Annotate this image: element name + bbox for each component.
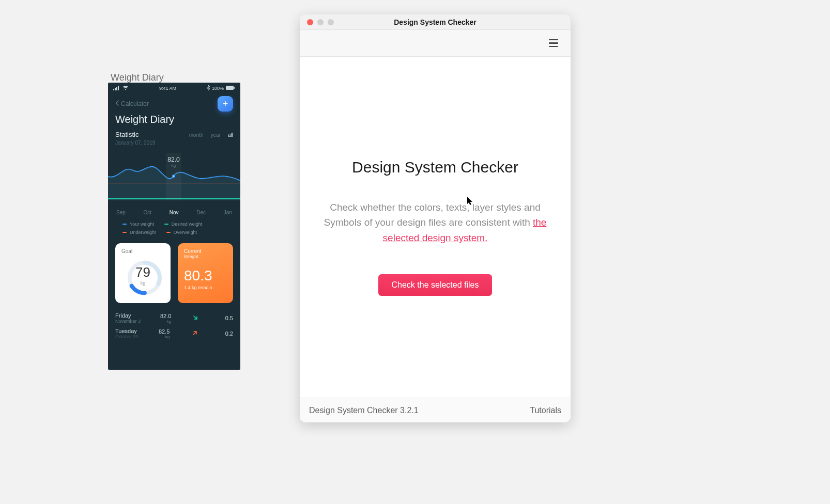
month-dec[interactable]: Dec — [196, 210, 206, 215]
goal-title: Goal — [121, 248, 164, 254]
arrow-down-icon — [191, 314, 200, 322]
tooltip-value: 82.0 — [166, 156, 181, 163]
entry-unit: kg — [160, 319, 171, 324]
tab-month[interactable]: month — [189, 132, 204, 138]
plus-icon: + — [223, 99, 228, 109]
toolbar — [300, 30, 571, 57]
month-oct[interactable]: Oct — [144, 210, 152, 215]
entry-row[interactable]: Friday November 3 82.0 kg 0.5 — [115, 310, 233, 326]
entry-delta: 0.2 — [220, 330, 233, 337]
entry-unit: kg — [159, 335, 170, 339]
entry-date: November 3 — [115, 319, 141, 324]
back-label: Calculator — [121, 100, 149, 107]
tab-year[interactable]: year — [211, 132, 221, 138]
svg-rect-2 — [116, 87, 117, 90]
wifi-icon — [122, 86, 129, 91]
legend-your-weight: Your weight — [130, 222, 154, 227]
back-button[interactable]: Calculator — [115, 100, 149, 107]
chevron-left-icon — [115, 100, 119, 107]
month-sep[interactable]: Sep — [116, 210, 126, 215]
weight-chart[interactable]: 82.0 kg — [108, 153, 240, 200]
svg-rect-3 — [118, 86, 119, 90]
tooltip-unit: kg — [166, 163, 181, 168]
svg-rect-5 — [234, 87, 235, 89]
entry-day: Tuesday — [115, 328, 139, 334]
entry-day: Friday — [115, 312, 141, 319]
legend-underweight: Underweight — [130, 230, 156, 235]
legend-overweight: Overweight — [174, 230, 197, 235]
page-heading: Design System Checker — [352, 159, 518, 176]
svg-rect-4 — [226, 86, 234, 90]
chart-selected-point[interactable] — [172, 175, 175, 178]
hamburger-icon — [549, 39, 558, 41]
menu-button[interactable] — [546, 36, 561, 51]
goal-card[interactable]: Goal 79 kg — [115, 243, 171, 303]
month-jan[interactable]: Jan — [224, 210, 232, 215]
main-content: Design System Checker Check whether the … — [300, 57, 571, 398]
bluetooth-icon — [207, 85, 210, 91]
statistic-label: Statistic — [115, 131, 155, 138]
entry-row[interactable]: Tuesday October 30 82.5 kg 0.2 — [115, 326, 233, 341]
title-bar: Design System Checker — [300, 14, 571, 30]
current-weight-card[interactable]: Current Weight 80.3 1.4 kg remain — [178, 243, 233, 303]
status-bar: 9:41 AM 100% — [108, 83, 240, 93]
svg-rect-0 — [113, 89, 114, 90]
current-title: Current — [184, 248, 227, 254]
month-nov[interactable]: Nov — [170, 210, 179, 215]
page-description: Check whether the colors, texts, layer s… — [322, 200, 548, 245]
app-window: Design System Checker Design System Chec… — [300, 14, 571, 422]
weight-diary-artboard: 9:41 AM 100% Calculator + Weight Diary S… — [108, 83, 240, 370]
svg-rect-1 — [115, 88, 116, 90]
add-button[interactable]: + — [218, 96, 233, 112]
current-value: 80.3 — [184, 267, 227, 284]
current-remain: 1.4 kg remain — [184, 285, 227, 290]
statistic-date: January 07, 2019 — [115, 140, 155, 146]
month-axis: Sep Oct Nov Dec Jan — [108, 200, 240, 219]
window-footer: Design System Checker 3.2.1 Tutorials — [300, 398, 571, 422]
entry-weight: 82.5 — [159, 328, 170, 335]
goal-ring-icon — [125, 258, 165, 298]
chart-legend: Your weight Desired weight Underweight O… — [108, 219, 240, 240]
check-files-button[interactable]: Check the selected files — [378, 274, 493, 296]
range-tabs: month year all — [189, 132, 233, 138]
status-time: 9:41 AM — [129, 86, 207, 91]
screen-title: Weight Diary — [108, 113, 240, 131]
legend-desired-weight: Desired weight — [172, 222, 203, 227]
entry-date: October 30 — [115, 334, 139, 339]
tutorials-link[interactable]: Tutorials — [530, 406, 561, 415]
artboard-label: Weight Diary — [111, 72, 164, 83]
footer-version: Design System Checker 3.2.1 — [309, 406, 419, 415]
entry-delta: 0.5 — [220, 315, 233, 321]
status-battery-pct: 100% — [212, 86, 224, 91]
arrow-up-icon — [190, 330, 199, 337]
battery-icon — [226, 86, 235, 91]
current-sub: Weight — [184, 254, 227, 259]
tab-all[interactable]: all — [228, 132, 233, 138]
window-title: Design System Checker — [300, 18, 571, 26]
entry-weight: 82.0 — [160, 313, 171, 319]
description-text: Check whether the colors, texts, layer s… — [324, 202, 541, 228]
signal-icon — [113, 86, 120, 91]
